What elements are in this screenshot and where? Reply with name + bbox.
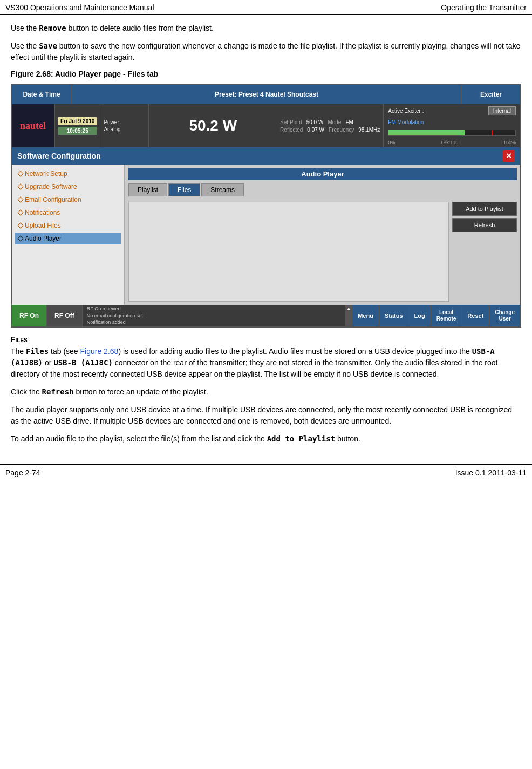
files-list-area[interactable] [128,202,449,302]
mod-bar-row [388,130,516,136]
sidebar-item-upload-files[interactable]: Upload Files [15,220,121,232]
log-area: RF On received No email configuration se… [83,305,352,326]
exciter-mode: Internal [488,106,516,115]
add-to-playlist-button[interactable]: Add to Playlist [452,202,517,216]
sidebar-item-upgrade-software[interactable]: Upgrade Software [15,181,121,193]
diamond-icon [17,235,23,241]
datetime-col: Fri Jul 9 2010 10:05:25 [55,104,100,147]
sidebar-item-network-setup[interactable]: Network Setup [15,168,121,180]
status-button[interactable]: Status [379,305,408,326]
mod-labels: 0% +Pk:110 160% [388,140,516,145]
mode-label: Mode [328,119,341,125]
action-buttons-col: Add to Playlist Refresh [452,202,517,302]
reflected-row: Reflected 0.07 W Frequency 98.1MHz [280,127,380,133]
mod-bar-fill [388,130,465,135]
files-section-heading: Files [11,335,521,344]
files-para4: To add an audio file to the playlist, se… [11,433,521,445]
footer-left: Page 2-74 [5,468,40,477]
power-type-label: Power [104,119,119,125]
reflected-label: Reflected [280,127,303,133]
reflected-val: 0.07 W [307,127,324,133]
files-para1: The Files tab (see Figure 2.68) is used … [11,346,521,380]
setpoint-label: Set Point [280,119,302,125]
para-save: Use the Save button to save the new conf… [11,40,521,63]
tab-bar: Playlist Files Streams [128,183,517,196]
main-content: Use the Remove button to delete audio fi… [0,15,532,459]
ui-sidebar: Network Setup Upgrade Software Email Con… [12,165,125,305]
date-box: Fri Jul 9 2010 [58,117,97,125]
diamond-icon [17,222,23,228]
sidebar-label-upgrade-software: Upgrade Software [25,183,77,190]
power-mode-label: Analog [104,126,120,132]
diamond-icon [17,183,23,189]
setpoint-val: 50.0 W [306,119,324,125]
setpoint-col: Set Point 50.0 W Mode FM Reflected 0.07 … [277,104,384,147]
close-button[interactable]: ✕ [503,150,515,162]
topbar-exciter: Exciter [461,85,520,104]
tab-playlist[interactable]: Playlist [128,183,167,196]
footer-right: Issue 0.1 2011-03-11 [455,468,527,477]
local-remote-button[interactable]: LocalRemote [431,305,462,326]
exciter-right: Active Exciter : Internal FM Modulation … [384,104,520,147]
para-remove: Use the Remove button to delete audio fi… [11,23,521,34]
reset-button[interactable]: Reset [461,305,489,326]
mod-bar-container [388,130,516,136]
sidebar-label-network-setup: Network Setup [25,170,67,178]
ui-statusbar: nautel Fri Jul 9 2010 10:05:25 Power Ana… [12,104,520,147]
sidebar-item-email-config[interactable]: Email Configuration [15,194,121,206]
ui-main-area: Network Setup Upgrade Software Email Con… [12,165,520,305]
change-user-button[interactable]: ChangeUser [489,305,520,326]
sidebar-item-audio-player[interactable]: Audio Player [15,233,121,244]
active-exciter-label: Active Exciter : [388,108,424,114]
power-type-col: Power Analog [100,104,149,147]
ui-right-panel: Audio Player Playlist Files Streams Add … [125,165,520,305]
refresh-button[interactable]: Refresh [452,218,517,232]
header-left: VS300 Operations and Maintenance Manual [5,3,154,12]
freq-val: 98.1MHz [358,127,380,133]
diamond-icon [17,171,23,176]
header-right: Operating the Transmitter [441,3,527,12]
mode-val: FM [345,119,353,125]
figure-link[interactable]: Figure 2.68 [80,347,119,356]
sidebar-item-notifications[interactable]: Notifications [15,207,121,219]
scroll-up-arrow: ▲ [346,306,351,311]
files-para3: The audio player supports only one USB d… [11,404,521,427]
ui-screenshot: Date & Time Preset: Preset 4 Nautel Shou… [11,84,521,328]
diamond-icon [17,209,23,215]
log-button[interactable]: Log [408,305,431,326]
sidebar-label-notifications: Notifications [25,209,60,216]
sidebar-label-email-config: Email Configuration [25,196,81,203]
page-header: VS300 Operations and Maintenance Manual … [0,0,532,15]
log-line-3: Notification added [87,319,347,326]
power-type-row: Power [104,119,145,125]
mod-label-right: 160% [503,140,516,145]
menu-button[interactable]: Menu [352,305,379,326]
logo-area: nautel [12,104,55,147]
mod-bar-marker [492,130,493,135]
log-line-2: No email configuration set [87,312,347,319]
tab-files[interactable]: Files [168,183,200,196]
software-config-title: Software Configuration [17,152,101,160]
tab-streams[interactable]: Streams [201,183,244,196]
log-line-1: RF On received [87,305,347,312]
files-para2: Click the Refresh button to force an upd… [11,386,521,398]
rf-on-button[interactable]: RF On [12,305,47,326]
power-big-text: 50.2 W [189,117,237,134]
fm-mod-label: FM Modulation [388,119,516,125]
topbar-date-time: Date & Time [12,85,71,104]
time-box: 10:05:25 [58,127,97,135]
software-config-header: Software Configuration ✕ [12,147,520,165]
exciter-row1: Active Exciter : Internal [388,106,516,115]
sidebar-label-upload-files: Upload Files [25,222,61,229]
ui-bottombar: RF On RF Off RF On received No email con… [12,305,520,326]
log-scroll[interactable]: ▲ [345,305,352,326]
ui-topbar: Date & Time Preset: Preset 4 Nautel Shou… [12,85,520,104]
rf-off-button[interactable]: RF Off [47,305,83,326]
figure-title: Figure 2.68: Audio Player page - Files t… [11,70,521,78]
nav-buttons: Menu Status Log LocalRemote Reset Change… [352,305,520,326]
power-big-area: 50.2 W [149,104,277,147]
power-mode-row: Analog [104,126,145,132]
page-footer: Page 2-74 Issue 0.1 2011-03-11 [0,464,532,480]
content-row: Add to Playlist Refresh [128,202,517,302]
sidebar-label-audio-player: Audio Player [25,235,62,242]
